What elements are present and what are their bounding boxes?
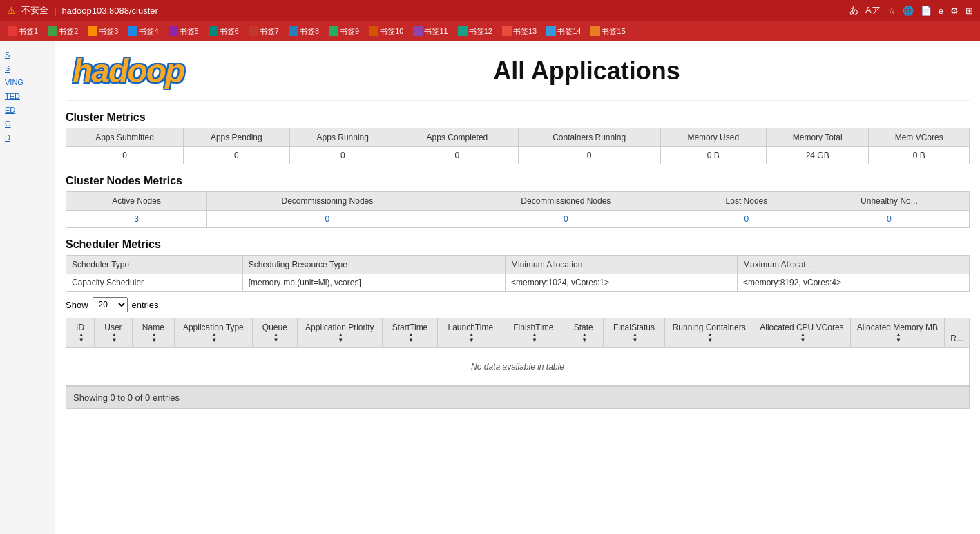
cluster-nodes-metrics-table: Active Nodes Decommissioning Nodes Decom… bbox=[66, 191, 970, 228]
cluster-metrics-header-row: Apps Submitted Apps Pending Apps Running… bbox=[66, 128, 970, 147]
bookmark-6[interactable]: 书签6 bbox=[205, 25, 242, 38]
col-apps-pending: Apps Pending bbox=[184, 128, 289, 147]
bookmark-1[interactable]: 书签1 bbox=[4, 25, 41, 38]
val-scheduling-resource-type: [memory-mb (unit=Mi), vcores] bbox=[242, 274, 505, 292]
val-apps-running: 0 bbox=[289, 147, 396, 164]
state-sort-arrows: ▲▼ bbox=[582, 332, 587, 343]
name-sort-arrows: ▲▼ bbox=[151, 332, 157, 343]
sidebar-item-s2[interactable]: S bbox=[3, 62, 51, 75]
bookmark-13[interactable]: 书签13 bbox=[499, 25, 540, 38]
cluster-nodes-metrics-title: Cluster Nodes Metrics bbox=[66, 175, 970, 187]
bookmark-7[interactable]: 书签7 bbox=[245, 25, 282, 38]
col-unhealthy-nodes: Unhealthy No... bbox=[809, 192, 969, 211]
val-mem-vcores: 0 B bbox=[869, 147, 970, 164]
star-icon[interactable]: ☆ bbox=[887, 6, 896, 16]
page-wrapper: S S VING TED ED G D hadoop All Applicati… bbox=[0, 41, 980, 534]
val-unhealthy-nodes: 0 bbox=[809, 211, 969, 228]
val-memory-total: 24 GB bbox=[766, 147, 869, 164]
cluster-metrics-title: Cluster Metrics bbox=[66, 111, 970, 124]
bookmark-4[interactable]: 书签4 bbox=[124, 25, 162, 38]
bookmark-8[interactable]: 书签8 bbox=[285, 25, 323, 38]
sidebar-item-s1[interactable]: S bbox=[3, 48, 51, 61]
col-state[interactable]: State ▲▼ bbox=[564, 318, 603, 348]
col-running-containers[interactable]: Running Containers ▲▼ bbox=[665, 318, 753, 348]
col-user[interactable]: User ▲▼ bbox=[95, 318, 133, 348]
cluster-metrics-data-row: 0 0 0 0 0 0 B 24 GB 0 B bbox=[66, 147, 970, 164]
entries-label: entries bbox=[132, 300, 159, 310]
bookmark-icon-1 bbox=[8, 26, 17, 36]
bookmark-5[interactable]: 书签5 bbox=[165, 25, 202, 38]
ie-icon[interactable]: e bbox=[939, 6, 943, 16]
bookmark-icon-13 bbox=[502, 26, 512, 36]
col-final-status[interactable]: FinalStatus ▲▼ bbox=[603, 318, 664, 348]
val-apps-completed: 0 bbox=[396, 147, 519, 164]
bookmark-9[interactable]: 书签9 bbox=[325, 25, 363, 38]
scheduler-metrics-table: Scheduler Type Scheduling Resource Type … bbox=[66, 255, 970, 292]
bookmark-12[interactable]: 书签12 bbox=[454, 25, 496, 38]
col-name[interactable]: Name ▲▼ bbox=[132, 318, 174, 348]
col-scheduling-resource-type: Scheduling Resource Type bbox=[242, 256, 505, 274]
application-type-sort-arrows: ▲▼ bbox=[211, 332, 217, 343]
browser-icons: あ Aア ☆ 🌐 📄 e ⚙ ⊞ bbox=[849, 4, 973, 17]
val-scheduler-type: Capacity Scheduler bbox=[66, 274, 243, 292]
col-memory-total: Memory Total bbox=[766, 128, 869, 147]
entries-select[interactable]: 10 20 50 100 bbox=[93, 297, 128, 312]
col-queue[interactable]: Queue ▲▼ bbox=[252, 318, 297, 348]
val-maximum-allocation: <memory:8192, vCores:4> bbox=[737, 274, 969, 292]
allocated-memory-sort-arrows: ▲▼ bbox=[896, 332, 901, 343]
bookmark-3[interactable]: 书签3 bbox=[84, 25, 122, 38]
save-icon[interactable]: 📄 bbox=[921, 6, 932, 16]
col-finish-time[interactable]: FinishTime ▲▼ bbox=[503, 318, 564, 348]
header-area: hadoop All Applications bbox=[66, 41, 970, 101]
bookmark-icon-4 bbox=[128, 26, 137, 36]
bookmark-icon-9 bbox=[329, 26, 338, 36]
sidebar-item-d[interactable]: D bbox=[3, 131, 51, 144]
launchtime-sort-arrows: ▲▼ bbox=[469, 332, 474, 343]
bookmark-15[interactable]: 书签15 bbox=[587, 25, 628, 38]
col-allocated-memory[interactable]: Allocated Memory MB ▲▼ bbox=[850, 318, 945, 348]
allocated-cpu-sort-arrows: ▲▼ bbox=[800, 332, 805, 343]
cluster-nodes-data-row: 3 0 0 0 0 bbox=[66, 211, 970, 228]
val-active-nodes: 3 bbox=[66, 211, 207, 228]
bookmark-icon-15 bbox=[590, 26, 600, 36]
sidebar-item-g[interactable]: G bbox=[3, 117, 51, 130]
bookmark-icon-8 bbox=[289, 26, 298, 36]
col-launch-time[interactable]: LaunchTime ▲▼ bbox=[438, 318, 503, 348]
sidebar-item-ed[interactable]: ED bbox=[3, 104, 51, 116]
col-application-priority[interactable]: Application Priority ▲▼ bbox=[297, 318, 382, 348]
font-icon[interactable]: Aア bbox=[865, 4, 881, 17]
col-application-type[interactable]: Application Type ▲▼ bbox=[174, 318, 252, 348]
separator: | bbox=[54, 6, 56, 16]
extensions-icon[interactable]: 🌐 bbox=[903, 6, 914, 16]
col-active-nodes: Active Nodes bbox=[66, 192, 207, 211]
applications-table: ID ▲▼ User ▲▼ Name ▲▼ Application Type ▲… bbox=[66, 318, 970, 386]
bookmarks-bar: 书签1 书签2 书签3 书签4 书签5 书签6 书签7 书签8 书签9 书签10… bbox=[0, 21, 980, 41]
bookmark-icon-5 bbox=[169, 26, 178, 36]
starttime-sort-arrows: ▲▼ bbox=[408, 332, 414, 343]
bookmark-2[interactable]: 书签2 bbox=[44, 25, 81, 38]
sidebar-item-ted[interactable]: TED bbox=[3, 90, 51, 102]
col-decommissioned-nodes: Decommissioned Nodes bbox=[448, 192, 684, 211]
menu-icon[interactable]: ⊞ bbox=[965, 6, 973, 16]
col-decommissioning-nodes: Decommissioning Nodes bbox=[207, 192, 448, 211]
warning-icon: ⚠ bbox=[7, 5, 16, 16]
showing-entries-text: Showing 0 to 0 of 0 entries bbox=[66, 386, 970, 409]
translate-icon[interactable]: あ bbox=[849, 4, 858, 17]
bookmark-11[interactable]: 书签11 bbox=[410, 25, 451, 38]
val-apps-submitted: 0 bbox=[66, 147, 184, 164]
sidebar-item-ving[interactable]: VING bbox=[3, 76, 51, 88]
col-start-time[interactable]: StartTime ▲▼ bbox=[382, 318, 438, 348]
col-allocated-cpu[interactable]: Allocated CPU VCores ▲▼ bbox=[753, 318, 850, 348]
id-sort-arrows: ▲▼ bbox=[79, 332, 84, 343]
bookmark-10[interactable]: 书签10 bbox=[365, 25, 407, 38]
bookmark-icon-12 bbox=[458, 26, 468, 36]
url-bar[interactable]: hadoop103:8088/cluster bbox=[61, 6, 844, 16]
col-id[interactable]: ID ▲▼ bbox=[66, 318, 95, 348]
bookmark-14[interactable]: 书签14 bbox=[543, 25, 584, 38]
bookmark-icon-11 bbox=[413, 26, 423, 36]
sidebar: S S VING TED ED G D bbox=[0, 41, 55, 534]
val-decommissioned-nodes: 0 bbox=[448, 211, 684, 228]
val-minimum-allocation: <memory:1024, vCores:1> bbox=[505, 274, 737, 292]
col-memory-used: Memory Used bbox=[660, 128, 766, 147]
settings-icon[interactable]: ⚙ bbox=[950, 6, 959, 16]
